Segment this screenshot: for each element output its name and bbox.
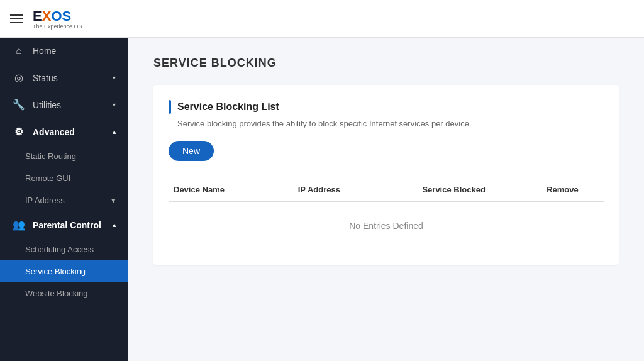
logo-os: OS bbox=[51, 8, 71, 25]
main-content: SERVICE BLOCKING Service Blocking List S… bbox=[128, 38, 644, 361]
table-body: No Entries Defined bbox=[169, 202, 604, 250]
sidebar-label-static-routing: Static Routing bbox=[25, 152, 76, 161]
sidebar-item-service-blocking[interactable]: Service Blocking bbox=[0, 260, 128, 282]
section-title: Service Blocking List bbox=[177, 101, 279, 113]
sidebar-label-ip-address: IP Address bbox=[25, 196, 65, 205]
blue-bar-decoration bbox=[169, 100, 171, 114]
service-blocking-table: Device Name IP Address Service Blocked R… bbox=[169, 179, 604, 250]
sidebar-item-status[interactable]: ◎ Status ▾ bbox=[0, 64, 128, 91]
parental-control-icon: 👥 bbox=[13, 219, 25, 231]
content-card: Service Blocking List Service blocking p… bbox=[153, 85, 619, 265]
table-header: Device Name IP Address Service Blocked R… bbox=[169, 179, 604, 202]
sidebar-label-home: Home bbox=[33, 46, 56, 56]
sidebar-label-advanced: Advanced bbox=[33, 127, 75, 137]
sidebar-label-service-blocking: Service Blocking bbox=[25, 267, 86, 276]
home-icon: ⌂ bbox=[13, 45, 25, 57]
top-header: EXOS The Experience OS bbox=[0, 0, 644, 38]
col-device-name: Device Name bbox=[169, 185, 293, 194]
utilities-icon: 🔧 bbox=[13, 99, 25, 111]
sidebar-item-utilities[interactable]: 🔧 Utilities ▾ bbox=[0, 91, 128, 118]
sidebar-item-website-blocking[interactable]: Website Blocking bbox=[0, 282, 128, 304]
sidebar-label-website-blocking: Website Blocking bbox=[25, 289, 87, 298]
sidebar-label-utilities: Utilities bbox=[33, 100, 61, 110]
col-ip-address: IP Address bbox=[293, 185, 418, 194]
table-empty-message: No Entries Defined bbox=[169, 202, 604, 250]
sidebar-item-parental-control[interactable]: 👥 Parental Control ▴ bbox=[0, 211, 128, 238]
sidebar-label-parental-control: Parental Control bbox=[33, 220, 101, 230]
advanced-icon: ⚙ bbox=[13, 126, 25, 138]
sidebar-item-static-routing[interactable]: Static Routing bbox=[0, 145, 128, 167]
chevron-up-icon: ▴ bbox=[113, 221, 116, 228]
main-layout: ⌂ Home ◎ Status ▾ 🔧 Utilities ▾ ⚙ Advanc… bbox=[0, 38, 644, 361]
chevron-down-icon: ▾ bbox=[113, 101, 116, 108]
logo-x: X bbox=[42, 8, 52, 25]
col-service-blocked: Service Blocked bbox=[417, 185, 541, 194]
status-icon: ◎ bbox=[13, 72, 25, 84]
sidebar-item-home[interactable]: ⌂ Home bbox=[0, 38, 128, 64]
hamburger-menu[interactable] bbox=[10, 14, 23, 23]
page-title: SERVICE BLOCKING bbox=[153, 57, 619, 70]
chevron-up-icon: ▴ bbox=[113, 128, 116, 135]
sidebar-item-advanced[interactable]: ⚙ Advanced ▴ bbox=[0, 118, 128, 145]
new-button[interactable]: New bbox=[169, 141, 214, 161]
sidebar-item-remote-gui[interactable]: Remote GUI bbox=[0, 167, 128, 189]
sidebar-label-status: Status bbox=[33, 73, 58, 83]
sidebar-label-scheduling-access: Scheduling Access bbox=[25, 245, 94, 254]
logo-tagline: The Experience OS bbox=[33, 23, 82, 30]
sidebar: ⌂ Home ◎ Status ▾ 🔧 Utilities ▾ ⚙ Advanc… bbox=[0, 38, 128, 361]
logo-e: E bbox=[33, 8, 42, 25]
sidebar-item-ip-address[interactable]: IP Address ▾ bbox=[0, 189, 128, 211]
col-remove: Remove bbox=[541, 185, 604, 194]
section-header-row: Service Blocking List bbox=[169, 100, 604, 114]
section-description: Service blocking provides the ability to… bbox=[169, 119, 604, 128]
sidebar-label-remote-gui: Remote GUI bbox=[25, 174, 70, 183]
logo: EXOS The Experience OS bbox=[33, 8, 82, 30]
chevron-down-icon: ▾ bbox=[111, 196, 116, 205]
chevron-down-icon: ▾ bbox=[113, 74, 116, 81]
sidebar-item-scheduling-access[interactable]: Scheduling Access bbox=[0, 238, 128, 260]
